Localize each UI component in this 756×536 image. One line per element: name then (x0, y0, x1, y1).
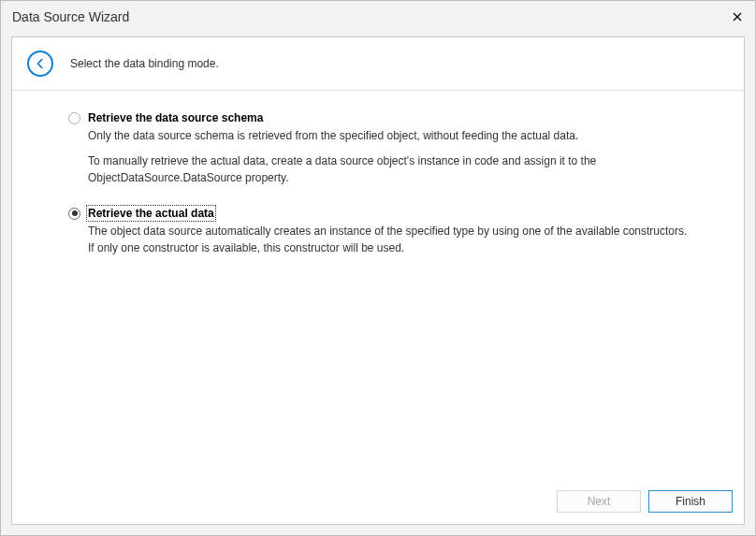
radio-schema[interactable] (68, 112, 80, 124)
finish-button-label: Finish (676, 495, 705, 508)
finish-button[interactable]: Finish (648, 490, 733, 513)
option-schema-desc: Only the data source schema is retrieved… (88, 128, 688, 186)
option-actual-header[interactable]: Retrieve the actual data (68, 207, 688, 220)
options-body: Retrieve the data source schema Only the… (12, 91, 744, 481)
back-button[interactable] (27, 51, 53, 77)
wizard-window: Data Source Wizard Select the data bindi… (0, 0, 756, 536)
next-button: Next (557, 490, 641, 513)
option-actual-desc-1: The object data source automatically cre… (88, 224, 688, 256)
footer: Next Finish (12, 481, 744, 524)
option-schema-desc-1: Only the data source schema is retrieved… (88, 128, 688, 144)
close-button[interactable] (729, 8, 746, 25)
radio-actual[interactable] (68, 208, 80, 220)
option-actual: Retrieve the actual data The object data… (68, 207, 688, 256)
option-actual-title: Retrieve the actual data (88, 207, 214, 220)
option-schema-header[interactable]: Retrieve the data source schema (68, 111, 688, 124)
next-button-label: Next (588, 495, 611, 508)
title-bar: Data Source Wizard (1, 1, 755, 33)
window-title: Data Source Wizard (10, 9, 129, 24)
step-subtitle: Select the data binding mode. (70, 57, 219, 70)
step-header: Select the data binding mode. (12, 37, 744, 91)
option-schema-title: Retrieve the data source schema (88, 111, 263, 124)
option-schema-desc-2: To manually retrieve the actual data, cr… (88, 153, 688, 186)
option-schema: Retrieve the data source schema Only the… (68, 111, 688, 186)
close-icon (733, 12, 742, 22)
arrow-left-icon (34, 57, 47, 70)
option-actual-desc: The object data source automatically cre… (88, 224, 688, 256)
content-panel: Select the data binding mode. Retrieve t… (11, 36, 745, 525)
